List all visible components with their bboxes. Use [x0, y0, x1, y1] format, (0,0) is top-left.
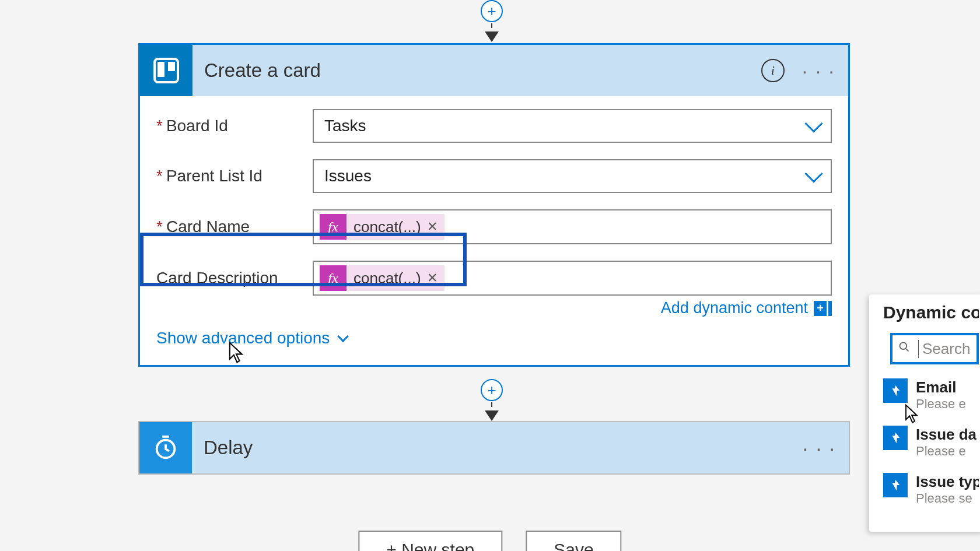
board-id-select[interactable]: Tasks — [313, 109, 832, 143]
create-card-action: Create a card i · · · * Board Id Tasks *… — [138, 43, 850, 367]
chevron-down-icon — [337, 331, 349, 342]
svg-rect-2 — [169, 62, 174, 71]
board-id-value: Tasks — [324, 117, 366, 135]
dynamic-item-issue-type[interactable]: Issue typ Please se — [883, 473, 979, 506]
add-dynamic-icon: + — [814, 301, 832, 316]
add-dynamic-label: Add dynamic content — [661, 299, 808, 317]
dyn-item-name: Issue typ — [916, 473, 979, 491]
plus-icon: + — [487, 2, 496, 20]
action-title: Delay — [192, 437, 803, 459]
chevron-down-icon — [804, 114, 822, 132]
fx-icon: fx — [320, 214, 346, 240]
flow-arrow-icon — [485, 410, 499, 421]
parent-list-select[interactable]: Issues — [313, 159, 832, 193]
token-remove-icon[interactable]: ✕ — [427, 219, 438, 234]
dynamic-search-input[interactable]: Search — [890, 333, 979, 364]
board-id-label: * Board Id — [156, 117, 313, 135]
action-title: Create a card — [192, 59, 761, 82]
token-text: concat(...) — [354, 218, 421, 236]
svg-rect-1 — [158, 62, 164, 76]
form-icon — [883, 473, 908, 497]
action-header[interactable]: Delay · · · — [139, 422, 849, 473]
card-name-row: * Card Name fx concat(...) ✕ — [156, 209, 832, 244]
dyn-item-name: Issue da — [916, 426, 977, 444]
fx-icon: fx — [320, 265, 346, 291]
new-step-button[interactable]: + New step — [358, 531, 502, 551]
chevron-down-icon — [804, 164, 822, 183]
add-step-button-top[interactable]: + — [481, 0, 503, 22]
show-advanced-label: Show advanced options — [156, 329, 330, 348]
timer-icon — [139, 422, 192, 473]
required-star: * — [156, 217, 163, 236]
add-dynamic-content-link[interactable]: Add dynamic content + — [156, 299, 832, 317]
token-text: concat(...) — [354, 269, 421, 287]
action-body: * Board Id Tasks * Parent List Id Issues — [140, 96, 848, 365]
dynamic-content-panel: Dynamic con Search Email Please e Issue … — [869, 294, 980, 532]
dyn-item-desc: Please e — [916, 444, 977, 459]
info-icon[interactable]: i — [761, 59, 785, 82]
parent-list-row: * Parent List Id Issues — [156, 159, 832, 193]
expression-token[interactable]: fx concat(...) ✕ — [320, 265, 444, 291]
card-description-input[interactable]: fx concat(...) ✕ — [313, 261, 832, 296]
dyn-item-desc: Please se — [916, 491, 979, 506]
form-icon — [883, 426, 908, 450]
required-star: * — [156, 117, 163, 135]
board-id-row: * Board Id Tasks — [156, 109, 832, 143]
token-remove-icon[interactable]: ✕ — [427, 271, 438, 286]
form-icon — [883, 378, 908, 403]
delay-action[interactable]: Delay · · · — [138, 421, 850, 475]
save-button[interactable]: Save — [526, 531, 621, 551]
more-options-button[interactable]: · · · — [802, 59, 835, 82]
flow-footer-buttons: + New step Save — [358, 531, 621, 551]
more-options-button[interactable]: · · · — [803, 437, 836, 459]
expression-token[interactable]: fx concat(...) ✕ — [320, 214, 444, 240]
parent-list-value: Issues — [324, 167, 372, 185]
add-step-button-mid[interactable]: + — [481, 379, 503, 401]
flow-line — [491, 402, 492, 407]
flow-line — [491, 23, 492, 28]
dynamic-content-tab[interactable]: Dynamic con — [883, 303, 979, 322]
required-star: * — [156, 167, 163, 185]
action-header[interactable]: Create a card i · · · — [140, 45, 848, 96]
dynamic-item-issue-date[interactable]: Issue da Please e — [883, 426, 979, 459]
search-placeholder: Search — [918, 340, 970, 358]
svg-point-4 — [900, 343, 907, 350]
search-icon — [898, 341, 910, 356]
dyn-item-name: Email — [916, 378, 966, 396]
dynamic-item-email[interactable]: Email Please e — [883, 378, 979, 412]
card-name-label: * Card Name — [156, 217, 313, 236]
dyn-item-desc: Please e — [916, 396, 966, 412]
parent-list-label: * Parent List Id — [156, 167, 313, 185]
card-description-row: Card Description fx concat(...) ✕ — [156, 261, 832, 296]
card-name-input[interactable]: fx concat(...) ✕ — [313, 209, 832, 244]
flow-arrow-icon — [485, 31, 499, 42]
card-description-label: Card Description — [156, 269, 313, 287]
show-advanced-options-link[interactable]: Show advanced options — [156, 329, 347, 348]
trello-icon — [140, 45, 192, 96]
plus-icon: + — [487, 381, 496, 399]
